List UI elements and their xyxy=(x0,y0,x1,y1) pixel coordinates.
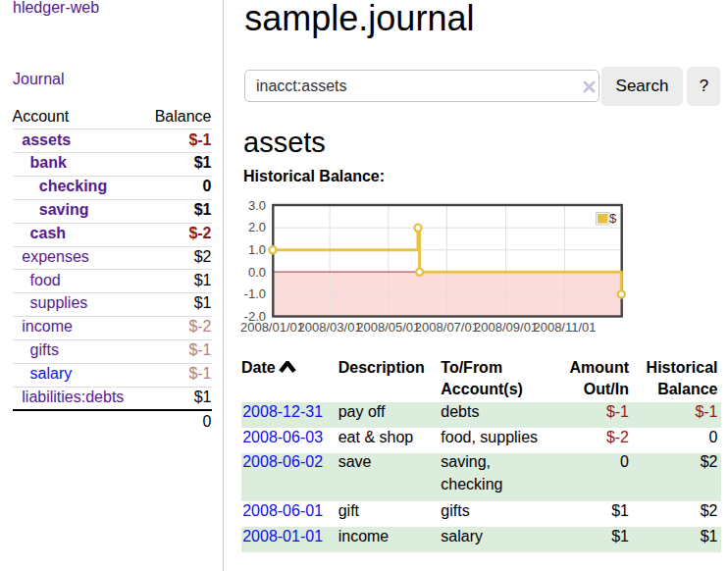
svg-text:2008/07/01: 2008/07/01 xyxy=(415,320,479,335)
svg-text:2.0: 2.0 xyxy=(248,220,266,234)
svg-text:2008/11/01: 2008/11/01 xyxy=(533,320,596,335)
svg-text:-1.0: -1.0 xyxy=(244,286,266,301)
svg-text:2008/09/01: 2008/09/01 xyxy=(474,320,538,335)
svg-text:$: $ xyxy=(609,211,617,226)
svg-text:2008/05/01: 2008/05/01 xyxy=(356,320,420,335)
svg-text:3.0: 3.0 xyxy=(248,198,266,213)
svg-text:2008/03/01: 2008/03/01 xyxy=(298,320,362,335)
svg-text:2008/01/01: 2008/01/01 xyxy=(240,320,304,335)
svg-text:0.0: 0.0 xyxy=(248,265,266,280)
svg-text:1.0: 1.0 xyxy=(248,242,266,257)
